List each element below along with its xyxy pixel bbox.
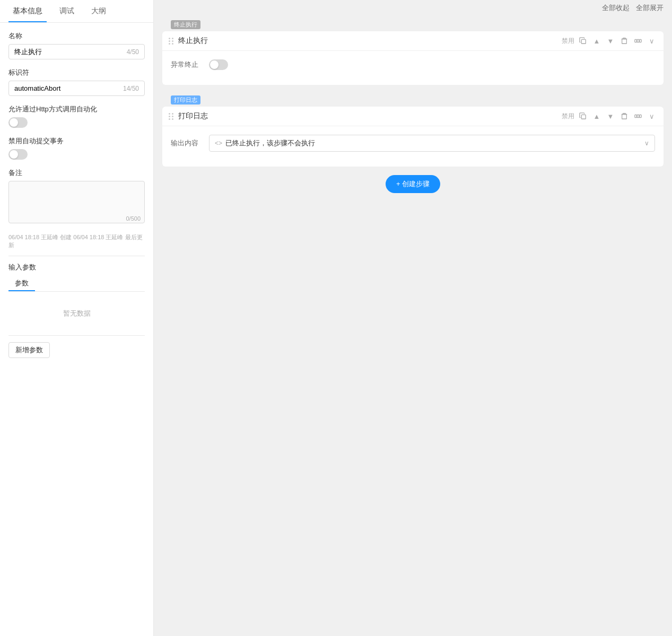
step1-more-icon[interactable] [633, 36, 643, 46]
name-char-count: 4/50 [127, 48, 139, 56]
step2-disable-btn[interactable]: 禁用 [562, 112, 574, 121]
step1-chevron-icon[interactable]: ∨ [647, 36, 657, 46]
tab-basic-info[interactable]: 基本信息 [8, 0, 47, 22]
step2-title: 打印日志 [178, 111, 557, 121]
identifier-input[interactable] [14, 84, 123, 92]
panel-content: 名称 4/50 标识符 14/50 允许通过Http方式调用自动化 禁用自动提交… [0, 23, 153, 636]
http-field-group: 允许通过Http方式调用自动化 [8, 104, 145, 128]
svg-rect-6 [622, 115, 627, 119]
tab-bar: 基本信息 调试 大纲 [0, 0, 153, 23]
step1-actions: 禁用 ▲ ▼ [562, 36, 657, 46]
step2-body: 输出内容 <> 已终止执行，该步骤不会执行 ∨ [162, 126, 664, 167]
step2-actions: 禁用 ▲ ▼ [562, 111, 657, 121]
auto-commit-toggle[interactable] [8, 149, 28, 160]
step1-up-icon[interactable]: ▲ [591, 36, 602, 46]
step1-copy-icon[interactable] [578, 36, 588, 46]
input-params-label: 输入参数 [8, 263, 145, 272]
step1-tag: 终止执行 [171, 20, 200, 29]
params-tabs: 参数 [8, 275, 145, 292]
svg-rect-4 [640, 39, 642, 42]
http-label: 允许通过Http方式调用自动化 [8, 104, 145, 114]
name-input-wrapper[interactable]: 4/50 [8, 44, 145, 59]
identifier-input-wrapper[interactable]: 14/50 [8, 81, 145, 96]
step2-chevron-icon[interactable]: ∨ [647, 111, 657, 121]
step1-header: 终止执行 禁用 ▲ ▼ [162, 31, 664, 51]
divider2 [8, 335, 145, 336]
step1-title: 终止执行 [178, 36, 557, 46]
code-icon: <> [215, 140, 222, 147]
svg-rect-3 [637, 39, 639, 42]
step2-tag-container: 打印日志 [162, 91, 664, 104]
http-toggle[interactable] [8, 117, 28, 128]
step2-more-icon[interactable] [633, 111, 643, 121]
svg-rect-9 [640, 115, 642, 117]
params-section: 输入参数 参数 暂无数据 [8, 263, 145, 329]
right-header: 全部收起 全部展开 [154, 0, 672, 16]
tab-outline[interactable]: 大纲 [87, 0, 110, 22]
step2-delete-icon[interactable] [619, 111, 630, 121]
identifier-char-count: 14/50 [123, 85, 139, 92]
identifier-label: 标识符 [8, 68, 145, 77]
auto-commit-label: 禁用自动提交事务 [8, 136, 145, 146]
step1-abnormal-row: 异常终止 [171, 59, 655, 70]
step2-output-value: 已终止执行，该步骤不会执行 [225, 138, 641, 148]
svg-rect-7 [635, 115, 637, 117]
add-param-button[interactable]: 新增参数 [8, 342, 50, 358]
meta-info: 06/04 18:18 王延峰 创建 06/04 18:18 王延峰 最后更新 [8, 233, 145, 249]
params-tab[interactable]: 参数 [8, 275, 35, 291]
step2-down-icon[interactable]: ▼ [605, 111, 616, 121]
name-field-group: 名称 4/50 [8, 31, 145, 59]
auto-commit-field-group: 禁用自动提交事务 [8, 136, 145, 160]
expand-all-link[interactable]: 全部展开 [636, 3, 664, 13]
step2-output-input[interactable]: <> 已终止执行，该步骤不会执行 ∨ [209, 135, 655, 152]
step2-header: 打印日志 禁用 ▲ ▼ [162, 107, 664, 126]
step1-body: 异常终止 [162, 51, 664, 85]
notes-char-count: 0/500 [126, 215, 141, 222]
dropdown-arrow-icon[interactable]: ∨ [644, 140, 649, 147]
svg-rect-1 [622, 39, 627, 44]
notes-label: 备注 [8, 168, 145, 178]
step1-disable-btn[interactable]: 禁用 [562, 37, 574, 46]
step1-abnormal-label: 异常终止 [171, 60, 203, 69]
step1-abnormal-toggle[interactable] [209, 59, 228, 70]
step2-drag-handle[interactable] [169, 113, 174, 120]
step1-card: 终止执行 禁用 ▲ ▼ [162, 31, 664, 85]
svg-rect-2 [635, 39, 637, 42]
left-panel: 基本信息 调试 大纲 名称 4/50 标识符 14/50 允许通过Http方式调… [0, 0, 154, 636]
step2-tag: 打印日志 [171, 95, 200, 104]
step2-card: 打印日志 禁用 ▲ ▼ [162, 107, 664, 167]
step2-output-row: 输出内容 <> 已终止执行，该步骤不会执行 ∨ [171, 135, 655, 152]
tab-debug[interactable]: 调试 [55, 0, 78, 22]
step2-up-icon[interactable]: ▲ [591, 111, 602, 121]
step1-delete-icon[interactable] [619, 36, 630, 46]
empty-text: 暂无数据 [8, 298, 145, 329]
step1-drag-handle[interactable] [169, 38, 174, 45]
step2-output-label: 输出内容 [171, 138, 203, 148]
svg-rect-0 [581, 39, 586, 43]
svg-rect-8 [637, 115, 639, 117]
right-panel: 全部收起 全部展开 终止执行 终止执行 禁用 ▲ ▼ [154, 0, 672, 636]
collapse-all-link[interactable]: 全部收起 [602, 3, 630, 13]
svg-rect-5 [581, 115, 586, 119]
step1-down-icon[interactable]: ▼ [605, 36, 616, 46]
notes-field-group: 备注 0/500 [8, 168, 145, 225]
notes-input[interactable] [8, 181, 145, 223]
step1-tag-container: 终止执行 [162, 16, 664, 29]
name-label: 名称 [8, 31, 145, 41]
divider [8, 256, 145, 256]
identifier-field-group: 标识符 14/50 [8, 68, 145, 96]
name-input[interactable] [14, 48, 127, 56]
create-step-button[interactable]: + 创建步骤 [386, 175, 440, 193]
step2-copy-icon[interactable] [578, 111, 588, 121]
